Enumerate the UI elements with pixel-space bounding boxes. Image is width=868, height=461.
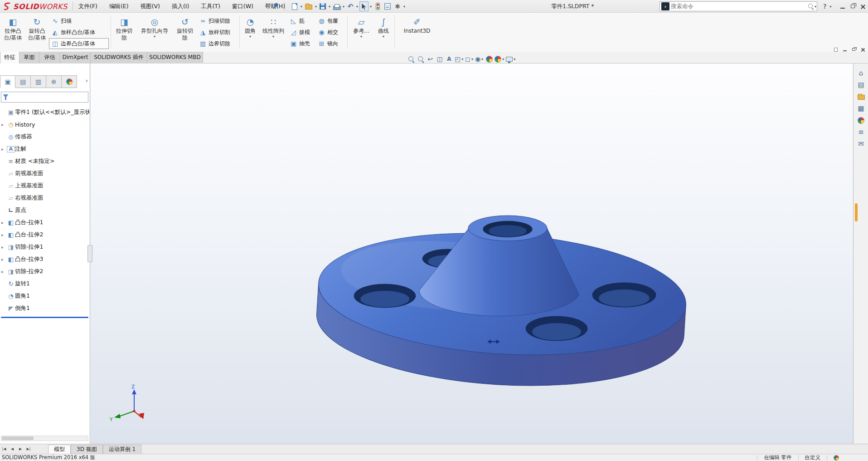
tree-item-cut-extrude2[interactable]: ▸◨切除-拉伸2	[0, 265, 89, 278]
expand-arrow-icon[interactable]: ▸	[1, 232, 7, 237]
tab-motion-study[interactable]: 运动算例 1	[103, 445, 141, 454]
previous-tab-button[interactable]: ◀	[8, 444, 16, 454]
menu-pin-button[interactable]	[272, 3, 278, 10]
tab-solidworks-addins[interactable]: SOLIDWORKS 插件	[91, 52, 147, 64]
draft-button[interactable]: ◿拔模	[287, 27, 315, 38]
view-settings-button[interactable]: ▾	[506, 54, 516, 64]
custom-properties-button[interactable]: ≡	[853, 126, 868, 138]
first-tab-button[interactable]: |◀	[0, 444, 8, 454]
open-dropdown[interactable]: ▾	[315, 5, 317, 9]
hide-show-items-button[interactable]: ◉▾	[475, 54, 484, 64]
boundary-boss-button[interactable]: ◫边界凸台/基体	[49, 38, 109, 49]
curves-button[interactable]: ∫ 曲线 ▾	[373, 14, 393, 50]
swept-cut-button[interactable]: ≈扫描切除	[197, 15, 238, 26]
tree-item-top-plane[interactable]: ▱上视基准面	[0, 180, 89, 192]
panel-expand-chevron[interactable]: ›	[86, 77, 88, 84]
search-dropdown[interactable]: ▾	[814, 5, 817, 9]
new-document-button[interactable]	[290, 1, 299, 11]
select-dropdown[interactable]: ▾	[369, 5, 372, 9]
revolved-cut-button[interactable]: ↺ 旋转切 除	[173, 14, 197, 50]
solidworks-forum-button[interactable]: ✉	[853, 138, 868, 150]
undo-button[interactable]: ↶	[346, 1, 355, 11]
settings-dropdown[interactable]: ▾	[403, 5, 406, 9]
tree-horizontal-scrollbar[interactable]	[1, 436, 88, 441]
curves-dropdown[interactable]: ▾	[382, 34, 385, 39]
lofted-cut-button[interactable]: ◮放样切割	[197, 27, 238, 38]
linear-pattern-button[interactable]: ∷ 线性阵列 ▾	[259, 14, 287, 50]
document-close-button[interactable]	[858, 46, 867, 53]
options-list-button[interactable]	[383, 1, 392, 11]
revolved-boss-button[interactable]: ↻ 旋转凸 台/基体	[25, 14, 49, 50]
menu-insert[interactable]: 插入(I)	[166, 0, 195, 13]
previous-view-button[interactable]: ↩	[426, 54, 434, 64]
apply-scene-dropdown[interactable]: ▾	[502, 57, 504, 61]
panel-splitter-handle[interactable]	[87, 245, 92, 262]
tab-features[interactable]: 特征	[0, 52, 19, 64]
next-tab-button[interactable]: ▶	[16, 444, 24, 454]
design-library-button[interactable]: ▤	[853, 79, 868, 91]
graphics-viewport[interactable]: Z Y	[91, 64, 853, 444]
open-button[interactable]	[304, 1, 314, 11]
tree-item-boss-extrude3[interactable]: ▸◧凸台-拉伸3	[0, 253, 89, 265]
document-minimize-button[interactable]	[840, 46, 849, 53]
help-dropdown[interactable]: ▾	[829, 5, 832, 9]
tree-item-revolve1[interactable]: ↻旋转1	[0, 278, 89, 290]
3d-model-canvas[interactable]: Z Y	[91, 64, 853, 444]
tab-3d-views[interactable]: 3D 视图	[71, 445, 103, 454]
menu-file[interactable]: 文件(F)	[73, 0, 103, 13]
file-explorer-button[interactable]	[853, 91, 868, 103]
tree-item-front-plane[interactable]: ▱前视基准面	[0, 167, 89, 180]
tab-feature-manager[interactable]: ▣	[0, 75, 15, 88]
tab-property-manager[interactable]: ▤	[15, 75, 31, 88]
menu-view[interactable]: 视图(V)	[135, 0, 166, 13]
search-input[interactable]	[671, 3, 808, 10]
expand-arrow-icon[interactable]: ▸	[1, 257, 7, 262]
extruded-boss-button[interactable]: ◧ 拉伸凸 台/基体	[1, 14, 25, 50]
display-style-button[interactable]: ◻▾	[465, 54, 474, 64]
search-box[interactable]: › ▾	[659, 1, 817, 11]
view-palette-button[interactable]: ▦	[853, 103, 868, 114]
extruded-cut-button[interactable]: ◨ 拉伸切 除	[112, 14, 136, 50]
instant3d-button[interactable]: ✐ Instant3D	[397, 14, 437, 50]
swept-boss-button[interactable]: ∿扫描	[49, 15, 109, 26]
tree-item-boss-extrude2[interactable]: ▸◧凸台-拉伸2	[0, 229, 89, 241]
tree-item-right-plane[interactable]: ▱右视基准面	[0, 192, 89, 204]
menu-window[interactable]: 窗口(W)	[226, 0, 259, 13]
rib-button[interactable]: ◺筋	[287, 15, 315, 26]
tab-model[interactable]: 模型	[48, 445, 71, 454]
lofted-boss-button[interactable]: ◭放样凸台/基体	[49, 27, 109, 38]
boundary-cut-button[interactable]: ▥边界切除	[197, 38, 238, 49]
tab-solidworks-mbd[interactable]: SOLIDWORKS MBD	[147, 52, 203, 64]
expand-arrow-icon[interactable]: ▸	[1, 122, 7, 127]
hole-wizard-button[interactable]: ◎ 异型孔向导 ▾	[136, 14, 173, 50]
scrollbar-thumb[interactable]	[2, 436, 34, 440]
minimize-button[interactable]	[838, 0, 848, 13]
tree-item-fillet1[interactable]: ◔圆角1	[0, 290, 89, 302]
view-orientation-button[interactable]: ◰▾	[455, 54, 464, 64]
appearances-scenes-button[interactable]	[853, 114, 868, 126]
tab-dimxpert-manager[interactable]: ⊕	[46, 75, 62, 88]
expand-arrow-icon[interactable]: ▸	[1, 269, 7, 274]
wrap-button[interactable]: ◍包覆	[315, 15, 344, 26]
reference-geometry-button[interactable]: ▱ 参考... ▾	[349, 14, 373, 50]
save-dropdown[interactable]: ▾	[328, 5, 331, 9]
tree-root-part[interactable]: ▣零件1 (默认<<默认>_显示状态	[0, 106, 89, 118]
tree-item-sensors[interactable]: ◎传感器	[0, 131, 89, 143]
annotation-views-button[interactable]: A	[445, 54, 453, 64]
edit-appearance-button[interactable]	[485, 54, 493, 64]
help-button[interactable]: ?	[821, 3, 828, 10]
rollback-bar[interactable]	[1, 317, 88, 318]
last-tab-button[interactable]: ▶|	[24, 444, 33, 454]
rebuild-button[interactable]	[373, 1, 382, 11]
document-restore-button[interactable]	[849, 46, 858, 53]
tab-dimxpert[interactable]: DimXpert	[60, 52, 91, 64]
select-button[interactable]	[359, 1, 369, 11]
close-button[interactable]	[858, 0, 868, 13]
reference-dropdown[interactable]: ▾	[360, 34, 363, 39]
view-orientation-dropdown[interactable]: ▾	[461, 57, 464, 61]
tab-evaluate[interactable]: 评估	[39, 52, 60, 64]
settings-button[interactable]: ✱	[393, 1, 402, 11]
zoom-fit-button[interactable]	[407, 54, 415, 64]
print-button[interactable]	[332, 1, 341, 11]
tab-display-manager[interactable]	[62, 75, 77, 88]
